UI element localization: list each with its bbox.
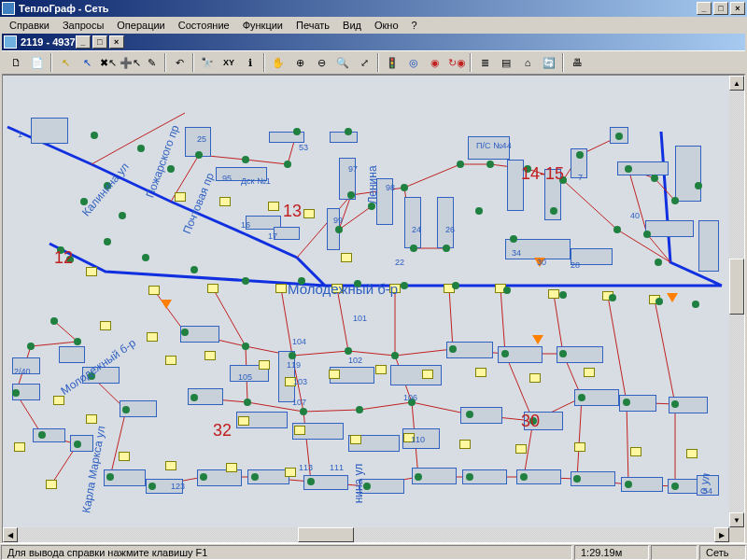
junction-node[interactable] — [53, 396, 64, 405]
menu-функции[interactable]: Функции — [237, 19, 289, 32]
consumer-node[interactable] — [410, 245, 417, 252]
consumer-node[interactable] — [510, 235, 517, 243]
vertical-scrollbar[interactable]: ▲ ▼ — [729, 76, 744, 527]
consumer-node[interactable] — [643, 231, 651, 238]
consumer-node[interactable] — [573, 475, 581, 483]
junction-node[interactable] — [148, 286, 160, 295]
consumer-node[interactable] — [289, 352, 296, 359]
junction-node[interactable] — [86, 414, 97, 424]
target-blue-button[interactable]: ◎ — [403, 52, 424, 73]
consumer-node[interactable] — [503, 287, 511, 294]
menu-справки[interactable]: Справки — [4, 19, 55, 32]
consumer-node[interactable] — [190, 266, 198, 273]
junction-node[interactable] — [294, 426, 305, 435]
scroll-thumb-h[interactable] — [298, 527, 354, 542]
consumer-node[interactable] — [655, 298, 663, 305]
consumer-node[interactable] — [137, 145, 145, 152]
junction-node[interactable] — [422, 370, 433, 379]
consumer-node[interactable] — [520, 473, 528, 481]
edit-node-button[interactable]: ✎ — [141, 52, 162, 73]
consumer-node[interactable] — [401, 282, 408, 289]
junction-node[interactable] — [207, 284, 218, 293]
consumer-node[interactable] — [347, 191, 355, 199]
maximize-button[interactable]: □ — [713, 2, 728, 15]
minimize-button[interactable]: _ — [697, 2, 712, 15]
consumer-node[interactable] — [625, 165, 632, 173]
building-block[interactable] — [404, 197, 421, 248]
target-red-button[interactable]: ◉ — [425, 52, 445, 73]
replace-color-button[interactable]: ↻◉ — [446, 52, 467, 73]
xy-coords-button[interactable]: XY — [218, 52, 239, 73]
new-doc-button[interactable]: 🗋 — [6, 52, 26, 73]
junction-node[interactable] — [259, 360, 270, 370]
junction-node[interactable] — [285, 468, 296, 477]
junction-node[interactable] — [686, 449, 698, 458]
properties-button[interactable]: 📄 — [27, 52, 48, 73]
consumer-node[interactable] — [38, 431, 46, 439]
consumer-node[interactable] — [335, 226, 343, 233]
refresh-button[interactable]: 🔄 — [539, 52, 559, 73]
consumer-node[interactable] — [651, 175, 658, 182]
consumer-node[interactable] — [293, 128, 301, 135]
junction-node[interactable] — [548, 289, 559, 299]
consumer-node[interactable] — [415, 473, 422, 481]
junction-node[interactable] — [584, 368, 595, 377]
consumer-node[interactable] — [74, 338, 81, 345]
pan-hand-button[interactable]: ✋ — [268, 52, 289, 73]
menu-вид[interactable]: Вид — [337, 19, 367, 32]
consumer-node[interactable] — [475, 207, 483, 215]
undo-button[interactable]: ↶ — [169, 52, 190, 73]
consumer-node[interactable] — [356, 406, 363, 413]
map-viewport[interactable]: Молодежный б-рМолодежный б-рПожарского п… — [3, 76, 729, 527]
buildings-button[interactable]: ⌂ — [517, 52, 538, 73]
consumer-node[interactable] — [609, 294, 616, 301]
menu-операции[interactable]: Операции — [111, 19, 170, 32]
consumer-node[interactable] — [244, 399, 251, 406]
consumer-node[interactable] — [300, 408, 307, 415]
consumer-node[interactable] — [91, 132, 98, 139]
junction-node[interactable] — [226, 463, 237, 472]
consumer-node[interactable] — [576, 151, 584, 159]
consumer-node[interactable] — [190, 394, 198, 401]
consumer-node[interactable] — [195, 151, 203, 159]
menu-состояние[interactable]: Состояние — [173, 19, 235, 32]
junction-node[interactable] — [165, 461, 176, 470]
junction-node[interactable] — [303, 209, 315, 218]
consumer-node[interactable] — [671, 483, 679, 490]
consumer-node[interactable] — [625, 481, 632, 488]
zoom-out-button[interactable]: ⊖ — [311, 52, 331, 73]
consumer-node[interactable] — [242, 277, 249, 285]
consumer-node[interactable] — [613, 226, 621, 233]
doc-maximize-button[interactable]: □ — [92, 35, 107, 49]
junction-node[interactable] — [119, 452, 130, 461]
building-block[interactable] — [390, 365, 442, 385]
consumer-node[interactable] — [167, 165, 175, 173]
consumer-node[interactable] — [391, 352, 399, 359]
menu-окно[interactable]: Окно — [369, 19, 404, 32]
consumer-node[interactable] — [27, 343, 35, 350]
scroll-right-button[interactable]: ▶ — [714, 527, 729, 542]
junction-node[interactable] — [238, 416, 249, 426]
traffic-light-button[interactable]: 🚦 — [382, 52, 402, 73]
doc-minimize-button[interactable]: _ — [76, 35, 91, 49]
junction-node[interactable] — [147, 332, 158, 342]
consumer-node[interactable] — [695, 182, 702, 189]
zoom-window-button[interactable]: 🔍 — [332, 52, 353, 73]
map-canvas[interactable]: Молодежный б-рМолодежный б-рПожарского п… — [3, 76, 729, 527]
consumer-node[interactable] — [284, 161, 291, 168]
consumer-node[interactable] — [181, 329, 189, 336]
junction-node[interactable] — [529, 373, 541, 383]
consumer-node[interactable] — [401, 184, 408, 191]
junction-node[interactable] — [165, 356, 176, 365]
info-button[interactable]: ℹ — [240, 52, 261, 73]
building-block[interactable] — [59, 346, 85, 363]
scroll-left-button[interactable]: ◀ — [3, 527, 18, 542]
junction-node[interactable] — [204, 351, 216, 360]
menu-?[interactable]: ? — [406, 19, 423, 32]
layers-1-button[interactable]: ≣ — [474, 52, 495, 73]
junction-node[interactable] — [475, 368, 486, 377]
select-arrow-x-button[interactable]: ✖↖ — [98, 52, 119, 73]
select-arrow-b-button[interactable]: ↖ — [77, 52, 97, 73]
building-block[interactable] — [675, 146, 701, 202]
consumer-node[interactable] — [486, 161, 494, 168]
